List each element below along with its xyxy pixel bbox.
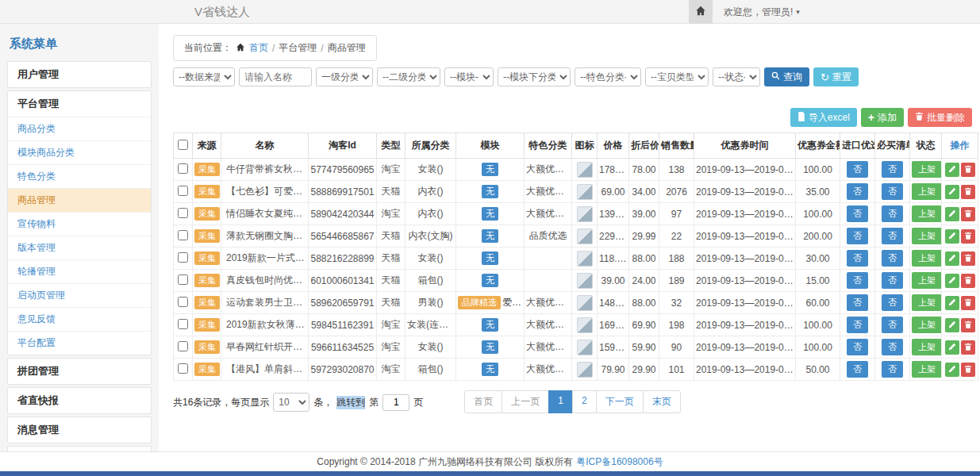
edit-button[interactable] <box>945 363 959 377</box>
filter-select-5[interactable]: --模块下分类-- <box>498 67 571 86</box>
home-button[interactable] <box>689 0 713 24</box>
sidebar-subitem-1-2[interactable]: 特色分类 <box>8 164 151 188</box>
imported-toggle-button[interactable]: 否 <box>847 361 868 378</box>
edit-button[interactable] <box>945 274 959 288</box>
row-checkbox[interactable] <box>178 163 188 174</box>
must-buy-toggle-button[interactable]: 否 <box>882 161 903 178</box>
pager-button-5[interactable]: 末页 <box>643 390 681 413</box>
imported-toggle-button[interactable]: 否 <box>847 205 868 222</box>
delete-button[interactable] <box>961 229 975 244</box>
sidebar-item-0[interactable]: 用户管理 <box>8 62 151 87</box>
delete-button[interactable] <box>961 163 975 177</box>
delete-button[interactable] <box>961 296 975 310</box>
pager-button-0[interactable]: 首页 <box>464 390 502 413</box>
page-number-input[interactable] <box>382 394 409 411</box>
status-button[interactable]: 上架 <box>912 294 942 311</box>
filter-select-8[interactable]: --状态-- <box>713 67 760 86</box>
imported-toggle-button[interactable]: 否 <box>847 317 868 333</box>
delete-button[interactable] <box>961 185 975 199</box>
must-buy-toggle-button[interactable]: 否 <box>882 317 903 333</box>
imported-toggle-button[interactable]: 否 <box>847 183 868 200</box>
delete-button[interactable] <box>961 340 975 355</box>
imported-toggle-button[interactable]: 否 <box>847 161 868 178</box>
select-all-checkbox[interactable] <box>178 140 188 150</box>
edit-button[interactable] <box>945 318 959 332</box>
must-buy-toggle-button[interactable]: 否 <box>882 339 903 355</box>
filter-select-0[interactable]: --数据来源-- <box>173 67 235 86</box>
sidebar-subitem-1-0[interactable]: 商品分类 <box>8 117 151 140</box>
must-buy-toggle-button[interactable]: 否 <box>882 294 903 311</box>
row-checkbox[interactable] <box>178 319 188 329</box>
search-button[interactable]: 查询 <box>764 67 809 86</box>
sidebar-item-4[interactable]: 消息管理 <box>8 417 151 443</box>
sidebar-item-5[interactable]: 订单管理 <box>8 447 151 451</box>
imported-toggle-button[interactable]: 否 <box>847 272 868 289</box>
status-button[interactable]: 上架 <box>912 183 942 200</box>
filter-select-4[interactable]: --模块-- <box>444 67 494 86</box>
sidebar-subitem-1-9[interactable]: 平台配置 <box>8 331 151 355</box>
reset-button[interactable]: ↻ 重置 <box>813 67 859 86</box>
row-checkbox[interactable] <box>178 341 188 351</box>
edit-button[interactable] <box>945 207 959 221</box>
user-menu[interactable]: 欢迎您，管理员! ▾ <box>724 6 800 19</box>
filter-select-7[interactable]: --宝贝类型-- <box>645 67 709 86</box>
delete-button[interactable] <box>961 318 975 332</box>
icp-link[interactable]: 粤ICP备16098006号 <box>576 455 663 469</box>
name-search-input[interactable] <box>239 67 312 86</box>
pager-button-1[interactable]: 上一页 <box>502 390 549 413</box>
sidebar-subitem-1-7[interactable]: 启动页管理 <box>8 283 151 307</box>
delete-button[interactable] <box>961 363 975 377</box>
sidebar-subitem-1-3[interactable]: 商品管理 <box>8 188 151 212</box>
status-button[interactable]: 上架 <box>912 317 942 333</box>
edit-button[interactable] <box>945 229 959 244</box>
sidebar-item-3[interactable]: 省直快报 <box>8 388 151 413</box>
delete-button[interactable] <box>961 274 975 288</box>
batch-delete-button[interactable]: 批量删除 <box>908 108 972 127</box>
import-excel-button[interactable]: 导入excel <box>790 108 857 127</box>
must-buy-toggle-button[interactable]: 否 <box>882 205 903 222</box>
row-checkbox[interactable] <box>178 186 188 196</box>
add-button[interactable]: + 添加 <box>861 108 904 127</box>
row-checkbox[interactable] <box>178 274 188 285</box>
delete-button[interactable] <box>961 251 975 266</box>
row-checkbox[interactable] <box>178 363 188 374</box>
status-button[interactable]: 上架 <box>912 228 942 244</box>
edit-button[interactable] <box>945 296 959 310</box>
per-page-select[interactable]: 10 <box>273 393 309 412</box>
status-button[interactable]: 上架 <box>912 161 942 178</box>
edit-button[interactable] <box>945 251 959 266</box>
pager-button-4[interactable]: 下一页 <box>596 390 644 413</box>
status-button[interactable]: 上架 <box>912 272 942 289</box>
filter-select-6[interactable]: --特色分类-- <box>575 67 641 86</box>
imported-toggle-button[interactable]: 否 <box>847 250 868 267</box>
edit-button[interactable] <box>945 163 959 177</box>
pager-button-2[interactable]: 1 <box>548 390 573 413</box>
imported-toggle-button[interactable]: 否 <box>847 339 868 355</box>
row-checkbox[interactable] <box>178 252 188 263</box>
imported-toggle-button[interactable]: 否 <box>847 228 868 244</box>
delete-button[interactable] <box>961 207 975 221</box>
pager-button-3[interactable]: 2 <box>572 390 597 413</box>
status-button[interactable]: 上架 <box>912 339 942 355</box>
must-buy-toggle-button[interactable]: 否 <box>882 361 903 378</box>
status-button[interactable]: 上架 <box>912 361 942 378</box>
must-buy-toggle-button[interactable]: 否 <box>882 183 903 200</box>
sidebar-subitem-1-1[interactable]: 模块商品分类 <box>8 140 151 164</box>
edit-button[interactable] <box>945 185 959 199</box>
must-buy-toggle-button[interactable]: 否 <box>882 228 903 244</box>
sidebar-item-1[interactable]: 平台管理 <box>8 91 151 117</box>
sidebar-item-2[interactable]: 拼团管理 <box>8 359 151 384</box>
sidebar-subitem-1-8[interactable]: 意见反馈 <box>8 307 151 331</box>
filter-select-2[interactable]: 一级分类 <box>316 67 373 86</box>
row-checkbox[interactable] <box>178 208 188 218</box>
edit-button[interactable] <box>945 340 959 355</box>
status-button[interactable]: 上架 <box>912 250 942 267</box>
sidebar-subitem-1-4[interactable]: 宣传物料 <box>8 212 151 236</box>
breadcrumb-home-link[interactable]: 首页 <box>249 41 268 55</box>
status-button[interactable]: 上架 <box>912 205 942 222</box>
filter-select-3[interactable]: --二级分类-- <box>377 67 440 86</box>
sidebar-subitem-1-6[interactable]: 轮播管理 <box>8 259 151 283</box>
must-buy-toggle-button[interactable]: 否 <box>882 272 903 289</box>
row-checkbox[interactable] <box>178 230 188 240</box>
must-buy-toggle-button[interactable]: 否 <box>882 250 903 267</box>
